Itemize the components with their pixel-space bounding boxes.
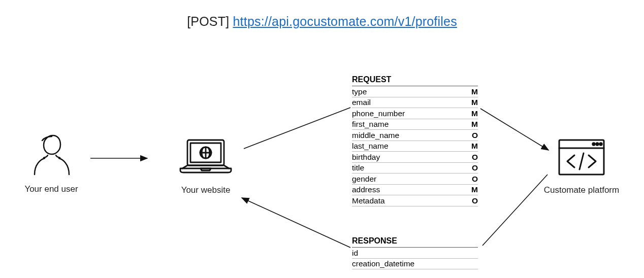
field-name: last_name xyxy=(352,142,389,151)
platform-label: Customate platform xyxy=(538,185,625,195)
request-row: birthdayO xyxy=(352,152,478,163)
request-row: phone_numberM xyxy=(352,108,478,119)
svg-point-4 xyxy=(593,143,595,145)
field-name: first_name xyxy=(352,120,389,129)
field-required: M xyxy=(471,185,478,194)
svg-line-8 xyxy=(244,108,350,149)
field-name: phone_number xyxy=(352,109,405,118)
svg-point-6 xyxy=(600,143,602,145)
website-label: Your website xyxy=(173,185,239,195)
field-required: O xyxy=(472,175,478,184)
request-row: titleO xyxy=(352,163,478,174)
request-row: emailM xyxy=(352,97,478,109)
field-name: id xyxy=(352,249,358,258)
response-title: RESPONSE xyxy=(352,236,478,248)
field-required: M xyxy=(471,87,478,96)
end-user-node: Your end user xyxy=(23,131,79,194)
field-name: type xyxy=(352,87,367,96)
method-tag: [POST] xyxy=(187,14,229,28)
request-row: last_nameM xyxy=(352,141,478,152)
request-row: MetadataO xyxy=(352,195,478,206)
response-row: creation_datetime xyxy=(352,259,478,270)
field-required: O xyxy=(472,153,478,162)
field-name: email xyxy=(352,98,371,107)
svg-point-5 xyxy=(596,143,598,145)
header-line: [POST] https://api.gocustomate.com/v1/pr… xyxy=(0,0,644,29)
field-name: address xyxy=(352,185,380,194)
website-node: Your website xyxy=(173,137,239,195)
field-name: Metadata xyxy=(352,196,385,205)
field-required: O xyxy=(472,131,478,140)
field-required: M xyxy=(471,109,478,118)
response-table: RESPONSE idcreation_datetime xyxy=(352,236,478,269)
field-name: birthday xyxy=(352,153,380,162)
response-row: id xyxy=(352,248,478,259)
field-name: title xyxy=(352,163,364,172)
field-name: creation_datetime xyxy=(352,259,414,268)
request-title: REQUEST xyxy=(352,75,478,86)
platform-node: Customate platform xyxy=(538,137,625,195)
svg-line-10 xyxy=(482,175,548,246)
api-url-link[interactable]: https://api.gocustomate.com/v1/profiles xyxy=(233,14,457,28)
laptop-icon xyxy=(175,137,236,178)
request-table: REQUEST typeMemailMphone_numberMfirst_na… xyxy=(352,75,478,206)
user-icon xyxy=(28,131,74,177)
svg-line-11 xyxy=(242,198,350,248)
request-row: typeM xyxy=(352,86,478,97)
field-required: M xyxy=(471,98,478,107)
request-row: genderO xyxy=(352,173,478,185)
field-required: O xyxy=(472,196,478,205)
field-required: M xyxy=(471,120,478,129)
field-name: gender xyxy=(352,175,376,184)
field-required: O xyxy=(472,163,478,172)
request-row: middle_nameO xyxy=(352,130,478,141)
end-user-label: Your end user xyxy=(23,184,79,194)
code-window-icon xyxy=(556,137,607,178)
request-row: first_nameM xyxy=(352,119,478,130)
request-row: addressM xyxy=(352,185,478,196)
field-name: middle_name xyxy=(352,131,399,140)
field-required: M xyxy=(471,142,478,151)
